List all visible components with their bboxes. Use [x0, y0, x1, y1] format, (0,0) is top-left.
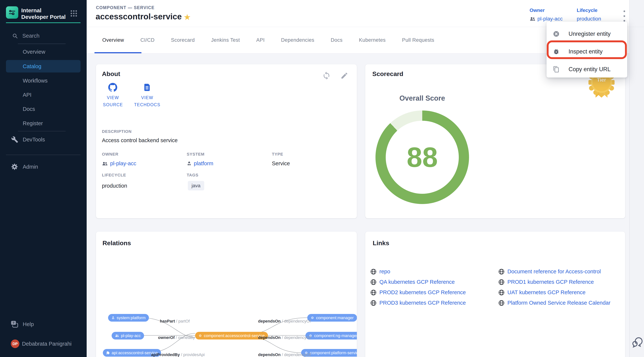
entity-kind-breadcrumb: COMPONENT — SERVICE [96, 5, 154, 10]
system-field-label: SYSTEM [187, 152, 204, 157]
edge-label-ownerof: ownerOf / ownedBy [158, 335, 195, 340]
active-tab-indicator [94, 52, 142, 53]
link-prod3-kubernetes[interactable]: PROD3 kubernetes GCP Reference [370, 300, 466, 306]
view-source-link[interactable]: VIEW SOURCE [101, 94, 124, 108]
view-techdocs-link[interactable]: VIEW TECHDOCS [131, 94, 163, 108]
tab-scorecard[interactable]: Scorecard [163, 37, 203, 43]
link-prod1-kubernetes[interactable]: PROD1 kubernetes GCP Reference [498, 279, 594, 285]
sidebar-item-api[interactable]: API [23, 92, 32, 98]
globe-icon [498, 300, 504, 306]
user-name[interactable]: Debabrata Panigrahi [22, 341, 72, 347]
relation-node-component-accesscontrol-service[interactable]: component:accesscontrol-service [195, 332, 268, 340]
sidebar-item-admin[interactable]: Admin [23, 164, 38, 170]
overall-score-value: 88 [407, 141, 438, 174]
app-title: Internal Developer Portal [21, 7, 68, 20]
tab-dependencies[interactable]: Dependencies [273, 37, 322, 43]
tag-chip[interactable]: java [188, 181, 204, 190]
scorecard-title: Scorecard [372, 70, 403, 78]
overall-score-label: Overall Score [385, 94, 460, 102]
globe-icon [498, 290, 504, 296]
help-chat-icon: ? [11, 320, 19, 328]
owner-field-link[interactable]: pl-play-acc [102, 160, 136, 166]
github-icon[interactable] [108, 83, 117, 92]
about-card: About VIEW SOURCE VIEW TECHDOCS DESCRIPT… [96, 64, 357, 218]
description-label: DESCRIPTION [102, 129, 132, 134]
tab-overview[interactable]: Overview [94, 37, 132, 43]
right-rail [629, 0, 644, 357]
entity-context-menu: Unregister entity Inspect entity Copy en… [546, 22, 627, 78]
owner-field-label: OWNER [102, 152, 118, 157]
tab-api[interactable]: API [248, 37, 273, 43]
refresh-icon[interactable] [322, 71, 331, 80]
apps-grid-icon[interactable] [70, 10, 77, 17]
relation-node-system-platform[interactable]: system:platform [108, 314, 149, 322]
sidebar-item-overview[interactable]: Overview [23, 49, 45, 55]
link-prod2-kubernetes[interactable]: PROD2 kubernetes GCP Reference [370, 289, 466, 296]
bug-icon [553, 48, 560, 55]
favorite-star-icon[interactable]: ★ [184, 12, 191, 22]
tab-pull-requests[interactable]: Pull Requests [394, 37, 442, 43]
search-underline [18, 44, 66, 44]
app-logo[interactable] [6, 6, 18, 19]
globe-icon [370, 300, 376, 306]
group-icon [115, 334, 119, 337]
scorecard-card: Scorecard Overall Score 88 100 Operation… [365, 64, 625, 218]
lifecycle-field-value: production [102, 183, 127, 189]
menu-item-unregister-entity[interactable]: Unregister entity [546, 25, 627, 43]
sidebar-item-register[interactable]: Register [23, 120, 43, 126]
system-field-link[interactable]: platform [187, 160, 213, 166]
sidebar-item-devtools[interactable]: DevTools [23, 136, 45, 143]
sidebar-item-workflows[interactable]: Workflows [23, 78, 48, 84]
sidebar-divider [18, 131, 66, 131]
relation-node-component-ng-manager[interactable]: component:ng-manager [306, 332, 357, 340]
group-icon [102, 161, 108, 166]
link-document-reference[interactable]: Document reference for Access-control [498, 268, 601, 275]
globe-icon [370, 269, 376, 275]
description-value: Access control backend service [102, 137, 178, 144]
type-field-value: Service [272, 160, 290, 166]
sidebar-section-divider [6, 155, 80, 155]
svg-text:?: ? [13, 321, 14, 324]
kebab-menu-icon[interactable] [620, 9, 628, 23]
page-title: accesscontrol-service [96, 12, 182, 21]
lifecycle-label: Lifecycle [577, 8, 601, 13]
tab-kubernetes[interactable]: Kubernetes [351, 37, 394, 43]
sidebar-item-docs[interactable]: Docs [23, 106, 35, 112]
type-field-label: TYPE [272, 152, 283, 157]
edit-pencil-icon[interactable] [340, 72, 348, 80]
menu-item-inspect-entity[interactable]: Inspect entity [546, 43, 627, 60]
owner-value-link[interactable]: pl-play-acc [538, 16, 562, 22]
link-release-calendar[interactable]: Platform Owned Service Release Calendar [498, 300, 610, 306]
tab-cicd[interactable]: CI/CD [132, 37, 163, 43]
feedback-chat-icon[interactable] [632, 336, 643, 350]
menu-item-copy-entity-url[interactable]: Copy entity URL [546, 60, 627, 78]
sidebar-search[interactable]: Search [12, 33, 40, 39]
edge-label-haspart: hasPart / partOf [160, 319, 190, 324]
relation-node-component-manager[interactable]: component:manager [307, 314, 357, 322]
sidebar: Internal Developer Portal Search Overvie… [0, 0, 87, 357]
edge-label-dependson-1: dependsOn / dependencyOf [258, 319, 311, 324]
globe-icon [370, 279, 376, 285]
techdocs-icon[interactable] [143, 83, 152, 92]
link-qa-kubernetes[interactable]: QA kubernetes GCP Reference [370, 279, 455, 285]
tab-docs[interactable]: Docs [322, 37, 351, 43]
sidebar-item-catalog[interactable]: Catalog [23, 63, 41, 70]
globe-icon [498, 279, 504, 285]
system-icon [187, 161, 192, 166]
api-puzzle-icon [106, 351, 110, 354]
portal-logo-icon [8, 8, 16, 16]
link-repo[interactable]: repo [370, 268, 390, 275]
sidebar-item-help[interactable]: Help [23, 321, 34, 327]
entity-tabs: Overview CI/CD Scorecard Jenkins Test AP… [94, 27, 442, 53]
sidebar-active-highlight [6, 60, 80, 72]
copy-icon [553, 66, 560, 73]
avatar[interactable]: DP [11, 340, 20, 348]
link-uat-kubernetes[interactable]: UAT kubernetes GCP Reference [498, 289, 586, 296]
tab-jenkins-test[interactable]: Jenkins Test [203, 37, 248, 43]
relation-node-pl-play-acc[interactable]: pl-play-acc [112, 332, 144, 340]
system-icon [112, 316, 115, 320]
edge-label-dependson-3: dependsOn / dependencyOf [258, 352, 311, 357]
globe-icon [370, 290, 376, 296]
component-chip-icon [198, 334, 202, 338]
edge-label-dependson-2: dependsOn / dependencyOf [258, 335, 311, 340]
